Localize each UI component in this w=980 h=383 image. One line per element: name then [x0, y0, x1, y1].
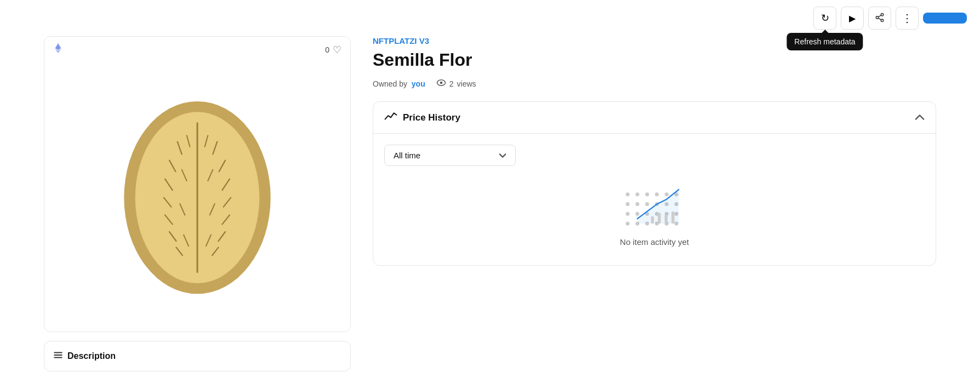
share-icon [875, 13, 885, 24]
share-button[interactable] [868, 7, 891, 30]
svg-point-42 [635, 202, 639, 206]
left-panel: 0 ♡ [44, 36, 351, 371]
eye-icon [436, 79, 446, 88]
ownership-row: Owned by you 2 views [373, 79, 936, 88]
collapse-icon[interactable] [915, 112, 925, 123]
ethereum-icon [53, 43, 63, 56]
time-filter-label: All time [394, 151, 420, 160]
main-content: 0 ♡ [0, 36, 980, 371]
svg-point-46 [645, 202, 649, 206]
time-filter-dropdown[interactable]: All time [384, 145, 516, 166]
top-bar: ↻ Refresh metadata ▶ ⋮ [0, 0, 980, 36]
svg-point-49 [655, 192, 659, 196]
svg-line-4 [878, 15, 881, 16]
like-section: 0 ♡ [325, 44, 341, 56]
no-activity-text: No item activity yet [620, 237, 689, 247]
likes-count: 0 [325, 45, 329, 54]
refresh-icon: ↻ [821, 12, 829, 24]
svg-point-40 [626, 222, 630, 226]
refresh-tooltip: Refresh metadata [787, 33, 863, 50]
send-icon: ▶ [849, 13, 856, 24]
more-options-button[interactable]: ⋮ [896, 7, 919, 30]
empty-chart-icon [622, 185, 687, 228]
description-card: Description [44, 341, 351, 371]
views-label: views [457, 79, 476, 88]
svg-rect-64 [665, 215, 668, 224]
right-panel: NFTPLATZI V3 Semilla Flor Owned by you 2… [351, 36, 936, 371]
more-icon: ⋮ [902, 12, 913, 25]
price-history-title: Price History [384, 111, 460, 124]
svg-point-39 [626, 212, 630, 216]
views-section: 2 views [436, 79, 476, 88]
description-title: Description [67, 351, 116, 361]
no-activity-area: No item activity yet [384, 179, 925, 252]
svg-point-53 [665, 192, 669, 196]
svg-rect-63 [658, 213, 660, 224]
refresh-tooltip-container: ↻ Refresh metadata [813, 7, 836, 30]
chevron-down-icon [499, 151, 506, 160]
price-history-panel: Price History All time [373, 101, 936, 266]
svg-line-3 [878, 18, 881, 20]
owned-by-label: Owned by you [373, 79, 425, 88]
description-lines-icon [53, 350, 63, 362]
owner-link[interactable]: you [412, 79, 425, 88]
action-buttons: ↻ Refresh metadata ▶ ⋮ [813, 7, 967, 30]
nft-title: Semilla Flor [373, 50, 936, 70]
svg-point-37 [626, 192, 630, 196]
chart-trend-icon [384, 111, 397, 124]
nft-image-area [44, 62, 350, 331]
nft-image [104, 73, 290, 310]
svg-point-38 [626, 202, 630, 206]
svg-marker-5 [55, 43, 61, 50]
svg-point-41 [635, 192, 639, 196]
nft-card: 0 ♡ [44, 36, 351, 332]
views-count: 2 [449, 79, 454, 88]
price-history-body: All time [373, 134, 936, 265]
svg-point-43 [635, 212, 639, 216]
svg-rect-62 [651, 216, 654, 224]
svg-point-45 [645, 192, 649, 196]
blue-action-button[interactable] [923, 13, 967, 24]
price-history-header[interactable]: Price History [373, 102, 936, 134]
svg-point-36 [440, 82, 442, 84]
heart-icon[interactable]: ♡ [333, 44, 341, 56]
send-button[interactable]: ▶ [841, 7, 864, 30]
nft-card-header: 0 ♡ [44, 37, 350, 62]
description-header: Description [53, 350, 341, 362]
svg-rect-65 [671, 211, 674, 224]
